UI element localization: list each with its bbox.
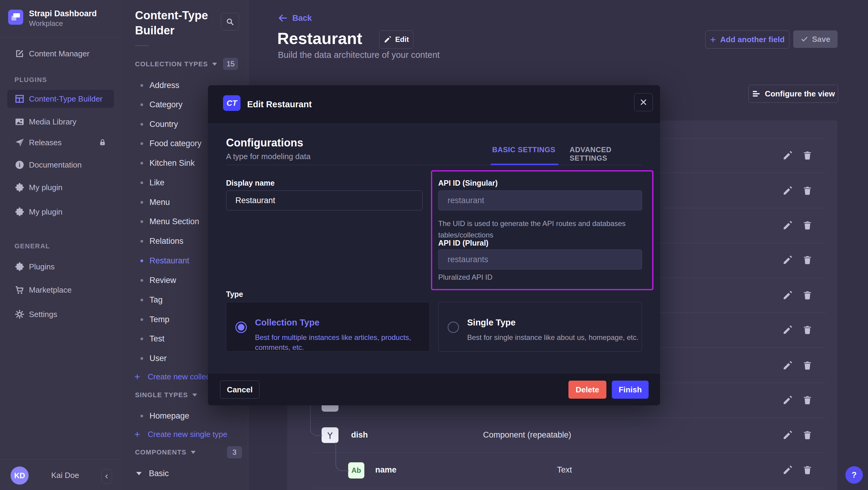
row-actions bbox=[781, 464, 813, 476]
edit-field-button[interactable] bbox=[781, 324, 794, 336]
layout-grid-icon bbox=[14, 94, 25, 104]
sidebar-item-media-library[interactable]: Media Library bbox=[0, 112, 121, 131]
edit-button[interactable]: Edit bbox=[379, 30, 413, 49]
delete-field-button[interactable] bbox=[801, 289, 813, 301]
configurations-title: Configurations bbox=[226, 136, 303, 149]
single-type-option[interactable]: Single Type Best for single instance lik… bbox=[438, 302, 642, 352]
option-description: Best for multiple instances like article… bbox=[255, 332, 424, 352]
configurations-subtitle: A type for modeling data bbox=[226, 152, 310, 161]
brand-title: Strapi Dashboard bbox=[29, 9, 97, 19]
page-subtitle: Build the data architecture of your cont… bbox=[278, 50, 440, 60]
check-icon bbox=[801, 35, 808, 43]
sidebar-item-content-manager[interactable]: Content Manager bbox=[0, 44, 121, 63]
edit-field-button[interactable] bbox=[781, 360, 794, 372]
sidebar-item-content-type-builder[interactable]: Content-Type Builder bbox=[7, 90, 114, 108]
component-group-basic[interactable]: Basic bbox=[121, 464, 248, 483]
general-section-header: GENERAL bbox=[14, 242, 50, 250]
edit-field-button[interactable] bbox=[781, 464, 794, 476]
delete-field-button[interactable] bbox=[801, 254, 813, 266]
plus-icon: + bbox=[710, 34, 716, 45]
save-button[interactable]: Save bbox=[793, 30, 838, 48]
pencil-icon bbox=[782, 465, 793, 475]
sidebar-item-documentation[interactable]: Documentation bbox=[0, 155, 121, 175]
api-id-plural-input[interactable]: restaurants bbox=[438, 249, 642, 269]
plus-icon: + bbox=[134, 371, 140, 382]
delete-field-button[interactable] bbox=[801, 150, 813, 161]
sidebar-item-label: Documentation bbox=[29, 160, 82, 170]
delete-button[interactable]: Delete bbox=[568, 380, 607, 399]
sidebar-item-my-plugin-1[interactable]: My plugin bbox=[0, 178, 121, 197]
field-type: Text bbox=[557, 465, 572, 474]
tab-advanced-settings[interactable]: ADVANCED SETTINGS bbox=[569, 146, 630, 162]
pencil-icon bbox=[782, 325, 793, 335]
api-id-plural-help: Pluralized API ID bbox=[438, 272, 637, 283]
avatar[interactable]: KD bbox=[10, 466, 29, 485]
delete-field-button[interactable] bbox=[801, 394, 813, 406]
edit-restaurant-modal: CT Edit Restaurant Configurations A type… bbox=[208, 85, 660, 405]
page-title: Restaurant bbox=[277, 29, 362, 48]
create-single-type-link[interactable]: +Create new single type bbox=[121, 425, 248, 444]
sidebar-item-marketplace[interactable]: Marketplace bbox=[0, 280, 121, 300]
delete-field-button[interactable] bbox=[801, 360, 813, 372]
chevron-left-icon bbox=[104, 473, 110, 480]
pencil-icon bbox=[782, 395, 793, 405]
field-name: dish bbox=[351, 430, 368, 440]
strapi-logo[interactable] bbox=[8, 10, 23, 25]
field-name: name bbox=[375, 465, 397, 474]
finish-button[interactable]: Finish bbox=[612, 380, 649, 399]
modal-header: CT Edit Restaurant bbox=[208, 85, 660, 124]
delete-field-button[interactable] bbox=[801, 219, 813, 232]
edit-field-button[interactable] bbox=[781, 150, 794, 161]
edit-label: Edit bbox=[395, 35, 409, 44]
single-item-homepage[interactable]: Homepage bbox=[121, 406, 248, 426]
radio-unselected-icon[interactable] bbox=[447, 321, 459, 333]
edit-field-button[interactable] bbox=[781, 254, 794, 266]
media-image-icon bbox=[14, 117, 25, 127]
cancel-button[interactable]: Cancel bbox=[220, 380, 259, 399]
api-id-singular-help: The UID is used to generate the API rout… bbox=[438, 218, 637, 241]
edit-field-button[interactable] bbox=[781, 429, 794, 441]
add-another-field-button[interactable]: + Add another field bbox=[705, 30, 789, 49]
trash-icon bbox=[802, 186, 812, 196]
edit-field-button[interactable] bbox=[781, 394, 794, 406]
row-actions bbox=[781, 289, 813, 301]
single-types-header[interactable]: SINGLE TYPES bbox=[135, 389, 197, 401]
configure-view-button[interactable]: Configure the view bbox=[748, 85, 838, 103]
pencil-icon bbox=[782, 186, 793, 196]
radio-selected-icon[interactable] bbox=[236, 321, 247, 333]
delete-field-button[interactable] bbox=[801, 324, 813, 336]
edit-field-button[interactable] bbox=[781, 185, 794, 197]
row-actions bbox=[781, 394, 813, 406]
sidebar-item-plugins[interactable]: Plugins bbox=[0, 257, 121, 276]
divider bbox=[314, 453, 826, 453]
collection-types-header[interactable]: COLLECTION TYPES bbox=[135, 58, 217, 70]
sidebar-item-label: Marketplace bbox=[29, 285, 72, 295]
cart-icon bbox=[14, 285, 25, 295]
divider bbox=[0, 37, 121, 38]
delete-field-button[interactable] bbox=[801, 429, 813, 441]
components-header[interactable]: COMPONENTS bbox=[135, 446, 195, 458]
help-button[interactable]: ? bbox=[845, 466, 863, 484]
collection-type-option[interactable]: Collection Type Best for multiple instan… bbox=[226, 302, 430, 352]
sidebar-item-releases[interactable]: Releases bbox=[0, 133, 121, 152]
collapse-sidebar-button[interactable] bbox=[101, 469, 112, 484]
main-sidebar: Strapi Dashboard Workplace Content Manag… bbox=[0, 0, 121, 490]
back-link[interactable]: Back bbox=[277, 13, 312, 24]
delete-field-button[interactable] bbox=[801, 185, 813, 197]
modal-footer: Cancel Delete Finish bbox=[208, 373, 660, 405]
tab-basic-settings[interactable]: BASIC SETTINGS bbox=[492, 146, 555, 154]
user-name: Kai Doe bbox=[51, 471, 79, 480]
api-id-singular-input[interactable]: restaurant bbox=[438, 190, 642, 210]
close-button[interactable] bbox=[634, 93, 653, 111]
brand-subtitle: Workplace bbox=[29, 19, 63, 28]
close-icon bbox=[639, 98, 648, 107]
edit-field-button[interactable] bbox=[781, 219, 794, 232]
search-button[interactable] bbox=[221, 13, 239, 30]
chevron-down-icon bbox=[212, 63, 217, 66]
edit-field-button[interactable] bbox=[781, 289, 794, 301]
sidebar-item-settings[interactable]: Settings bbox=[0, 305, 121, 324]
display-name-input[interactable]: Restaurant bbox=[226, 190, 423, 210]
sidebar-item-my-plugin-2[interactable]: My plugin bbox=[0, 202, 121, 221]
option-title: Single Type bbox=[467, 318, 516, 328]
delete-field-button[interactable] bbox=[801, 464, 813, 476]
